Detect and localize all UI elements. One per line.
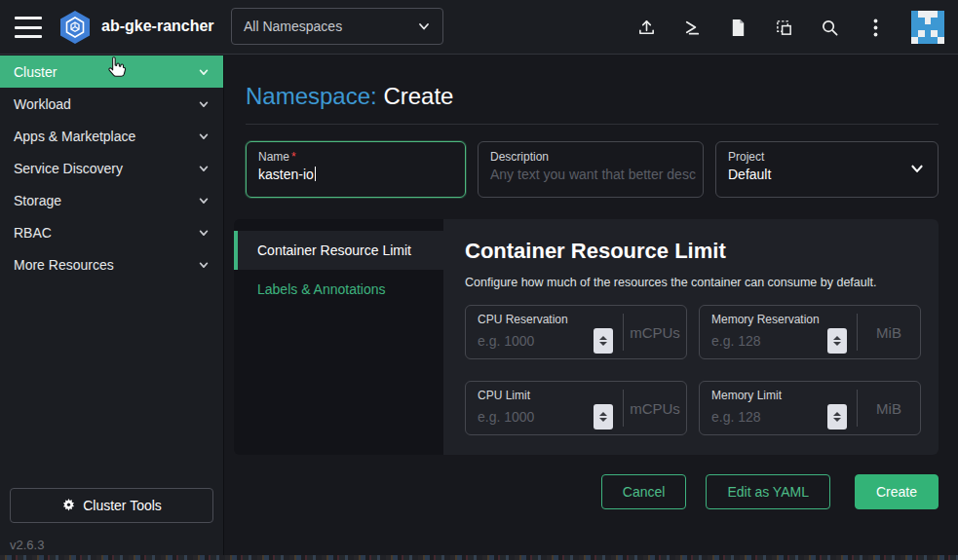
tab-labels-annotations[interactable]: Labels & Annotations bbox=[234, 270, 443, 309]
user-avatar[interactable] bbox=[911, 11, 944, 44]
name-field[interactable]: Name* kasten-io bbox=[246, 141, 466, 198]
cpu-limit-label: CPU Limit bbox=[478, 389, 617, 402]
tabbed-section: Container Resource Limit Labels & Annota… bbox=[234, 219, 939, 455]
sidebar-item-label: Workload bbox=[14, 96, 71, 112]
project-select[interactable]: Project Default bbox=[715, 141, 939, 198]
page-title-action: Create bbox=[383, 83, 453, 109]
sidebar-item-label: Storage bbox=[14, 193, 61, 208]
cpu-reservation-label: CPU Reservation bbox=[478, 313, 617, 326]
text-caret bbox=[315, 167, 316, 181]
stepper-icon[interactable] bbox=[827, 328, 847, 354]
cluster-tools-button[interactable]: Cluster Tools bbox=[10, 488, 213, 523]
description-field[interactable]: Description Any text you want that bette… bbox=[478, 141, 704, 198]
name-input[interactable]: kasten-io bbox=[258, 167, 453, 182]
cpu-reservation-unit: mCPUs bbox=[624, 306, 686, 358]
chevron-down-icon bbox=[198, 66, 210, 78]
required-marker: * bbox=[291, 150, 296, 164]
title-divider bbox=[246, 124, 939, 125]
sidebar-nav: Cluster Workload Apps & Marketplace Serv… bbox=[0, 56, 223, 280]
chevron-down-icon bbox=[198, 227, 210, 239]
sidebar-item-label: RBAC bbox=[14, 225, 52, 241]
memory-limit-input[interactable] bbox=[711, 409, 819, 425]
sidebar-item-label: Service Discovery bbox=[14, 161, 123, 176]
name-label: Name* bbox=[258, 150, 453, 164]
cluster-name[interactable]: ab-gke-rancher bbox=[101, 18, 214, 35]
sidebar-item-apps-marketplace[interactable]: Apps & Marketplace bbox=[0, 120, 223, 152]
project-value: Default bbox=[728, 167, 926, 182]
sidebar-item-storage[interactable]: Storage bbox=[0, 184, 223, 216]
tab-container-resource-limit[interactable]: Container Resource Limit bbox=[234, 231, 443, 270]
stepper-icon[interactable] bbox=[827, 404, 847, 429]
page-title-resource: Namespace: bbox=[246, 83, 377, 109]
cpu-reservation-field: CPU Reservation mCPUs bbox=[465, 305, 687, 359]
cancel-button[interactable]: Cancel bbox=[601, 474, 687, 509]
chevron-down-icon bbox=[909, 161, 925, 176]
edit-as-yaml-button[interactable]: Edit as YAML bbox=[706, 474, 830, 509]
topbar: ab-gke-rancher All Namespaces bbox=[0, 0, 958, 55]
project-label: Project bbox=[728, 150, 926, 164]
chevron-down-icon bbox=[198, 98, 210, 110]
cpu-reservation-input[interactable] bbox=[478, 333, 585, 349]
memory-limit-label: Memory Limit bbox=[711, 389, 851, 402]
main-content: Namespace: Create Name* kasten-io Descri… bbox=[225, 56, 958, 560]
panel-title: Container Resource Limit bbox=[465, 239, 921, 264]
namespace-meta-form: Name* kasten-io Description Any text you… bbox=[246, 141, 939, 198]
topbar-actions bbox=[636, 0, 944, 55]
memory-limit-unit: MiB bbox=[858, 382, 920, 434]
gear-icon bbox=[61, 499, 76, 513]
memory-limit-field: Memory Limit MiB bbox=[699, 381, 921, 435]
page-title: Namespace: Create bbox=[246, 83, 939, 110]
stepper-icon[interactable] bbox=[594, 328, 613, 354]
kubectl-shell-icon[interactable] bbox=[682, 18, 702, 37]
namespace-filter-value: All Namespaces bbox=[244, 19, 342, 34]
memory-reservation-label: Memory Reservation bbox=[711, 313, 851, 326]
memory-reservation-input[interactable] bbox=[711, 333, 819, 349]
sidebar-item-workload[interactable]: Workload bbox=[0, 88, 223, 120]
stepper-icon[interactable] bbox=[594, 404, 613, 429]
cpu-limit-field: CPU Limit mCPUs bbox=[465, 381, 687, 435]
memory-reservation-unit: MiB bbox=[858, 306, 920, 358]
file-icon[interactable] bbox=[728, 18, 747, 37]
sidebar-item-more-resources[interactable]: More Resources bbox=[0, 248, 223, 280]
copy-kubeconfig-icon[interactable] bbox=[774, 18, 793, 37]
tab-panel: Container Resource Limit Configure how m… bbox=[443, 219, 939, 455]
sidebar-item-label: More Resources bbox=[14, 257, 114, 273]
cluster-logo-icon[interactable] bbox=[57, 9, 94, 46]
rancher-app-window: ab-gke-rancher All Namespaces bbox=[0, 0, 958, 560]
chevron-down-icon bbox=[198, 195, 210, 206]
sidebar-item-service-discovery[interactable]: Service Discovery bbox=[0, 152, 223, 184]
hamburger-menu-icon[interactable] bbox=[15, 17, 42, 38]
cpu-limit-unit: mCPUs bbox=[624, 382, 686, 434]
sidebar-item-label: Cluster bbox=[14, 64, 57, 80]
sidebar-item-label: Apps & Marketplace bbox=[14, 129, 135, 144]
namespace-filter-select[interactable]: All Namespaces bbox=[231, 8, 443, 45]
cpu-limit-input[interactable] bbox=[478, 409, 585, 425]
background-window-sliver bbox=[0, 555, 958, 560]
description-label: Description bbox=[490, 150, 691, 164]
chevron-down-icon bbox=[198, 131, 210, 142]
create-button[interactable]: Create bbox=[855, 474, 939, 509]
import-yaml-icon[interactable] bbox=[636, 18, 656, 37]
memory-reservation-field: Memory Reservation MiB bbox=[699, 305, 921, 359]
panel-subtitle: Configure how much of the resources the … bbox=[465, 276, 921, 289]
sidebar-item-cluster[interactable]: Cluster bbox=[0, 56, 223, 88]
description-input-placeholder[interactable]: Any text you want that better desc bbox=[490, 167, 691, 182]
cluster-tools-label: Cluster Tools bbox=[83, 498, 162, 513]
form-actions: Cancel Edit as YAML Create bbox=[225, 474, 939, 509]
chevron-down-icon bbox=[198, 259, 210, 271]
resource-limit-grid: CPU Reservation mCPUs Memory Reservation bbox=[465, 305, 921, 435]
sidebar-item-rbac[interactable]: RBAC bbox=[0, 216, 223, 248]
chevron-down-icon bbox=[198, 163, 210, 174]
version-label: v2.6.3 bbox=[10, 538, 44, 552]
sidebar: Cluster Workload Apps & Marketplace Serv… bbox=[0, 56, 224, 560]
search-icon[interactable] bbox=[820, 18, 839, 37]
chevron-down-icon bbox=[417, 19, 431, 33]
kebab-menu-icon[interactable] bbox=[865, 18, 885, 37]
tab-list: Container Resource Limit Labels & Annota… bbox=[234, 219, 443, 455]
